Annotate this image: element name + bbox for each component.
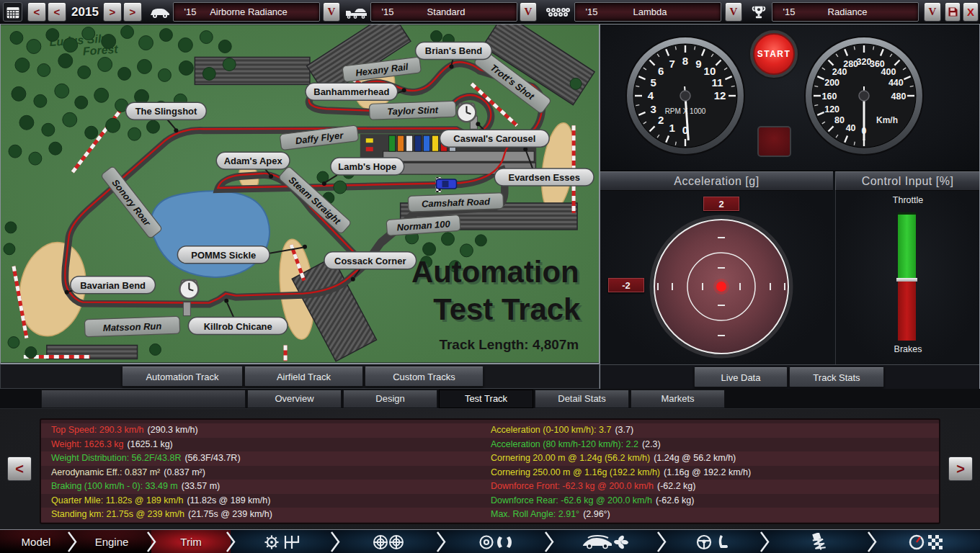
nav-wheels[interactable] [335,530,441,553]
year-prev-button[interactable]: < [48,2,66,22]
g-dot [716,282,726,292]
svg-text:9: 9 [695,58,701,70]
variant-name: Radiance [806,6,918,17]
svg-text:11: 11 [711,76,723,89]
svg-text:10: 10 [704,65,716,77]
year-prev-fast-button[interactable]: < [27,2,46,22]
engine-dropdown[interactable]: '15 Lambda [574,2,721,22]
chevron-separator [656,530,667,553]
stat-compare: (3.7) [615,425,633,435]
nav-test-track[interactable] [872,530,980,553]
tachometer: 0123456789101112 RPM X 1000 [626,37,744,155]
corner-label-evardsen-esses: Evardsen Esses [494,168,594,186]
app-window: < < 2015 > > '15 Airborne Radiance V [0,0,980,553]
stat-value: Quarter Mile: 11.82s @ 189 km/h [51,495,183,505]
car-model-dropdown[interactable]: '15 Airborne Radiance [173,2,320,22]
stat-compare: (1.16g @ 192.2 km/h) [664,467,751,477]
tab-design[interactable]: Design [343,390,437,408]
nav-interior[interactable] [662,530,765,553]
airfield-track-button[interactable]: Airfield Track [244,367,363,387]
car-transporter-icon [344,2,369,22]
live-data-button[interactable]: Live Data [694,367,788,387]
close-button[interactable]: X [963,2,979,22]
svg-text:2: 2 [658,114,664,126]
interior-icon [696,534,731,551]
throttle-bar [898,212,916,278]
stat-row: Top Speed: 290.3 km/h(290.3 km/h) Accele… [41,423,939,438]
control-input-header: Control Input [%] [835,171,979,191]
stat-row: Quarter Mile: 11.82s @ 189 km/h(11.82s @… [41,494,939,508]
svg-text:480: 480 [891,91,906,102]
tab-detail-stats[interactable]: Detail Stats [535,390,629,408]
stat-value: Braking (100 km/h - 0): 33.49 m [51,481,178,491]
track-select-row: Automation Track Airfield Track Custom T… [0,364,600,389]
variant-dropdown[interactable]: '15 Radiance [772,2,919,22]
svg-text:12: 12 [714,89,726,102]
year-next-fast-button[interactable]: > [123,2,142,22]
nav-trim[interactable]: Trim [151,530,231,553]
svg-text:3: 3 [650,103,656,115]
stat-compare: (2.3) [642,439,661,449]
nav-engine[interactable]: Engine [72,530,151,553]
trim-dropdown[interactable]: '15 Standard [370,2,517,22]
corner-label-adams-apex: Adam's Apex [216,152,290,169]
suspension-icon [809,533,828,552]
stats-next-button[interactable]: > [948,457,973,481]
corner-label-banhammerhead: Banhammerhead [306,83,398,100]
variant-year: '15 [772,6,806,17]
svg-text:Evardsen Esses: Evardsen Esses [508,172,579,183]
tab-overview[interactable]: Overview [247,390,342,408]
svg-text:The Slingshot: The Slingshot [135,106,197,117]
stat-compare: (21.75s @ 239 km/h) [188,509,272,519]
engine-dropdown-button[interactable]: V [725,2,742,22]
stat-compare: (1.24g @ 56.2 km/h) [654,453,736,463]
nav-model[interactable]: Model [0,530,72,553]
nav-drivetrain[interactable] [231,530,335,553]
build-step-nav: Model Engine Trim [0,529,980,553]
save-button[interactable] [945,2,961,22]
telemetry-panel: 0123456789101112 RPM X 1000 START [600,24,980,389]
year-next-button[interactable]: > [103,2,122,22]
stat-value: Downforce Rear: -62.6 kg @ 200.0 km/h [491,495,652,505]
throttle-label: Throttle [836,195,980,205]
nav-suspension[interactable] [765,530,872,553]
trim-dropdown-button[interactable]: V [520,2,537,22]
corner-label-bavarian-bend: Bavarian Bend [71,276,156,294]
custom-tracks-button[interactable]: Custom Tracks [365,367,484,387]
car-model-dropdown-button[interactable]: V [323,2,340,22]
calendar-button[interactable] [3,2,22,22]
engine-name: Lambda [608,6,721,17]
nav-engine-label: Engine [95,536,129,548]
svg-text:Caswal's Carousel: Caswal's Carousel [453,133,535,144]
nav-body-aero[interactable] [549,530,662,553]
year-display: 2015 [68,2,102,22]
stats-prev-button[interactable]: < [7,457,32,481]
chevron-separator [146,530,157,553]
speedometer: 04080120160200240280320360400440480 Km/h [805,37,923,155]
player-car [437,179,457,189]
stat-value: Max. Roll Angle: 2.91° [491,509,579,519]
svg-text:Track Length: 4,807m: Track Length: 4,807m [439,337,579,352]
track-map: Ludus Silva Forest [1,24,599,363]
test-track-icon [908,534,944,551]
corner-label-lambs-hope: Lamb's Hope [331,158,404,175]
stat-row: Braking (100 km/h - 0): 33.49 m(33.57 m)… [41,480,939,494]
road-label-camshaft-road: Camshaft Road [408,193,503,212]
automation-track-button[interactable]: Automation Track [122,367,243,387]
trophy-icon [748,2,770,22]
stat-compare: (33.57 m) [182,481,220,491]
variant-dropdown-button[interactable]: V [924,2,941,22]
nav-brakes[interactable] [441,530,549,553]
tab-test-track[interactable]: Test Track [439,390,533,408]
svg-text:160: 160 [822,91,837,102]
engine-year: '15 [575,6,608,17]
tab-markets[interactable]: Markets [631,390,725,408]
start-button[interactable]: START [749,30,798,78]
stat-value: Cornering 20.00 m @ 1.24g (56.2 km/h) [491,453,650,463]
svg-text:Lamb's Hope: Lamb's Hope [338,161,396,172]
chevron-separator [66,530,78,553]
stopwatch-icon [179,280,198,299]
calendar-icon [6,5,20,19]
track-stats-button[interactable]: Track Stats [789,367,884,387]
car-model-year: '15 [174,6,207,17]
